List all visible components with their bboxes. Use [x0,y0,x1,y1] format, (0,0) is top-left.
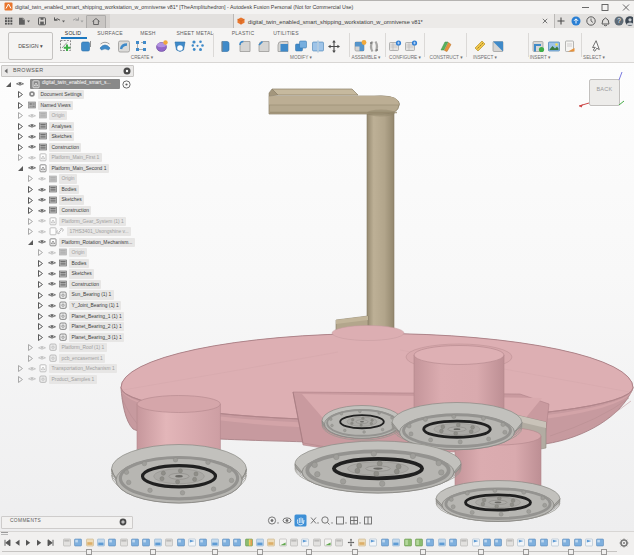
svg-text:?: ? [617,17,621,24]
